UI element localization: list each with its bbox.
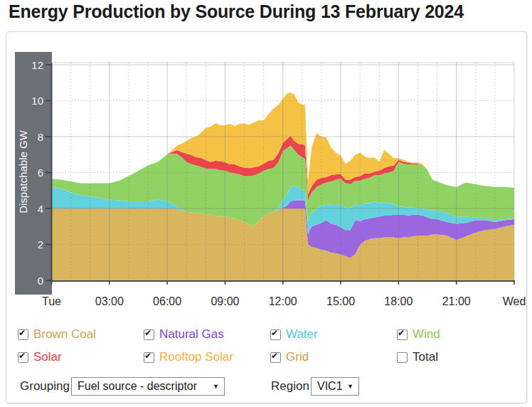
legend-label: Total xyxy=(413,350,438,364)
legend-item-rooftop-solar[interactable]: Rooftop Solar xyxy=(144,350,233,364)
legend-item-total[interactable]: Total xyxy=(397,350,438,364)
checkbox-icon[interactable] xyxy=(397,352,408,363)
svg-text:6: 6 xyxy=(38,166,43,179)
legend-item-natural-gas[interactable]: Natural Gas xyxy=(144,327,224,342)
legend-label: Rooftop Solar xyxy=(159,350,233,364)
checkbox-icon[interactable] xyxy=(397,329,408,340)
checkbox-icon[interactable] xyxy=(270,329,281,340)
svg-text:12:00: 12:00 xyxy=(269,295,297,307)
legend-label: Grid xyxy=(286,350,309,364)
svg-text:15:00: 15:00 xyxy=(326,295,355,307)
legend-label: Solar xyxy=(33,350,62,364)
svg-text:8: 8 xyxy=(38,131,43,143)
page: Energy Production by Source During 13 Fe… xyxy=(0,0,532,407)
region-label: Region xyxy=(271,379,309,393)
checkbox-icon[interactable] xyxy=(270,352,281,363)
svg-text:0: 0 xyxy=(38,275,43,287)
checkbox-icon[interactable] xyxy=(144,329,154,340)
chevron-down-icon: ▼ xyxy=(347,384,353,390)
legend-item-water[interactable]: Water xyxy=(270,327,318,342)
legend-label: Brown Coal xyxy=(33,327,96,342)
svg-text:18:00: 18:00 xyxy=(384,295,413,307)
legend-label: Wind xyxy=(413,327,440,342)
grouping-select[interactable]: Fuel source - descriptor ▼ xyxy=(71,377,225,396)
legend-item-solar[interactable]: Solar xyxy=(18,350,62,364)
svg-text:12: 12 xyxy=(31,59,43,71)
svg-text:21:00: 21:00 xyxy=(442,295,471,307)
legend-label: Natural Gas xyxy=(159,327,224,342)
legend-label: Water xyxy=(286,327,318,342)
legend-item-grid[interactable]: Grid xyxy=(270,350,309,364)
chevron-down-icon: ▼ xyxy=(213,384,219,390)
svg-text:Tue: Tue xyxy=(42,295,61,307)
legend-item-brown-coal[interactable]: Brown Coal xyxy=(18,327,96,342)
grouping-select-value: Fuel source - descriptor xyxy=(78,380,197,392)
checkbox-icon[interactable] xyxy=(18,352,28,363)
region-select[interactable]: VIC1 ▼ xyxy=(311,377,359,396)
svg-text:Wed: Wed xyxy=(503,295,526,307)
y-axis-title: Dispatchable GW xyxy=(17,130,29,213)
svg-text:2: 2 xyxy=(38,238,43,250)
svg-text:06:00: 06:00 xyxy=(153,295,181,307)
svg-text:4: 4 xyxy=(38,203,43,215)
checkbox-icon[interactable] xyxy=(18,329,28,340)
svg-text:09:00: 09:00 xyxy=(211,295,239,307)
legend-item-wind[interactable]: Wind xyxy=(397,327,440,342)
grouping-label: Grouping xyxy=(20,379,70,393)
energy-production-chart: 024681012Tue03:0006:0009:0012:0015:0018:… xyxy=(0,0,532,322)
svg-text:10: 10 xyxy=(31,95,43,107)
svg-text:03:00: 03:00 xyxy=(95,295,124,307)
region-select-value: VIC1 xyxy=(317,380,343,392)
checkbox-icon[interactable] xyxy=(144,352,154,363)
